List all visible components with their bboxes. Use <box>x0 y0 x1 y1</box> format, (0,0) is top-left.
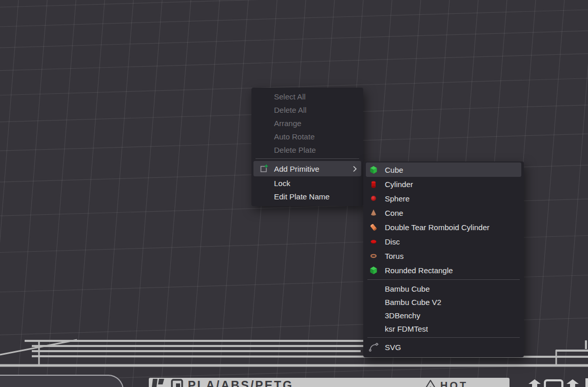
menu-item-label: Select All <box>274 92 306 101</box>
plate-arrow-up-icon[interactable] <box>564 379 581 387</box>
plate-edge-marker <box>585 378 588 387</box>
submenu-item-double-tear-romboid-cylinder[interactable]: Double Tear Romboid Cylinder <box>366 220 521 234</box>
submenu-item-ksr-fdmtest[interactable]: ksr FDMTest <box>366 322 521 335</box>
add-primitive-submenu: Cube Cylinder Sphere <box>363 161 524 357</box>
cube-icon <box>368 165 379 175</box>
submenu-item-label: Double Tear Romboid Cylinder <box>385 223 489 232</box>
menu-item-edit-plate-name[interactable]: Edit Plate Name <box>253 190 361 203</box>
submenu-item-label: 3DBenchy <box>385 311 420 320</box>
chevron-right-icon <box>352 166 357 172</box>
menu-item-auto-rotate: Auto Rotate <box>253 130 361 143</box>
submenu-item-label: Bambu Cube V2 <box>385 298 441 307</box>
plate-surface-label: PLA/ABS/PETG <box>188 379 293 387</box>
submenu-separator <box>367 279 520 280</box>
submenu-item-label: Cube <box>385 166 403 174</box>
submenu-item-label: Cone <box>385 209 403 217</box>
hot-label: HOT <box>440 380 468 387</box>
cone-icon <box>368 208 379 218</box>
submenu-item-bambu-cube[interactable]: Bambu Cube <box>366 282 521 295</box>
bezier-curve-icon <box>368 342 379 352</box>
plate-arrow-up-icon[interactable] <box>526 379 543 387</box>
sphere-icon <box>368 193 379 203</box>
plate-context-menu: Select All Delete All Arrange Auto Rotat… <box>251 88 363 206</box>
menu-item-add-primitive[interactable]: Add Primitive <box>253 161 361 176</box>
menu-item-label: Delete All <box>274 106 306 114</box>
submenu-item-cone[interactable]: Cone <box>366 206 521 220</box>
submenu-item-label: Disc <box>385 237 400 246</box>
submenu-item-label: Cylinder <box>385 180 413 189</box>
menu-item-label: Lock <box>274 179 290 188</box>
menu-item-delete-all: Delete All <box>253 103 361 116</box>
submenu-item-svg[interactable]: SVG <box>366 340 521 354</box>
submenu-item-label: Bambu Cube <box>385 284 430 293</box>
submenu-item-cylinder[interactable]: Cylinder <box>366 177 521 191</box>
bambu-lab-logo-icon <box>152 379 165 387</box>
plate-type-logo-icon <box>171 379 183 387</box>
tilted-cylinder-icon <box>368 222 379 232</box>
menu-item-label: Add Primitive <box>274 165 319 173</box>
adjacent-plate-corner <box>0 375 124 387</box>
add-primitive-icon <box>258 164 269 174</box>
submenu-item-torus[interactable]: Torus <box>366 249 521 263</box>
menu-item-lock[interactable]: Lock <box>253 176 361 190</box>
cylinder-icon <box>368 179 379 189</box>
submenu-item-sphere[interactable]: Sphere <box>366 191 521 206</box>
submenu-item-label: Sphere <box>385 194 409 203</box>
plate-rect-button-icon[interactable] <box>544 379 563 387</box>
submenu-item-cube[interactable]: Cube <box>366 162 521 177</box>
menu-item-label: Delete Plate <box>274 146 316 154</box>
submenu-item-label: SVG <box>385 343 401 352</box>
slicer-3d-viewport[interactable]: PLA/ABS/PETG HOT Select All Delete All A… <box>0 0 588 387</box>
submenu-item-bambu-cube-v2[interactable]: Bambu Cube V2 <box>366 295 521 309</box>
menu-item-arrange: Arrange <box>253 116 361 130</box>
submenu-item-label: Rounded Rectangle <box>385 266 453 275</box>
disc-icon <box>368 236 379 247</box>
menu-item-label: Auto Rotate <box>274 132 315 141</box>
submenu-item-disc[interactable]: Disc <box>366 234 521 249</box>
hot-warning-triangle-icon <box>424 379 437 387</box>
rounded-cube-icon <box>368 265 379 275</box>
submenu-item-3dbenchy[interactable]: 3DBenchy <box>366 309 521 322</box>
submenu-separator <box>367 337 520 338</box>
menu-item-select-all: Select All <box>253 90 361 103</box>
menu-separator <box>256 158 359 159</box>
torus-icon <box>368 251 379 261</box>
submenu-item-label: Torus <box>385 252 404 260</box>
menu-item-label: Edit Plate Name <box>274 192 329 201</box>
submenu-item-rounded-rectangle[interactable]: Rounded Rectangle <box>366 263 521 277</box>
submenu-item-label: ksr FDMTest <box>385 324 428 333</box>
menu-item-label: Arrange <box>274 119 301 128</box>
menu-item-delete-plate: Delete Plate <box>253 143 361 156</box>
